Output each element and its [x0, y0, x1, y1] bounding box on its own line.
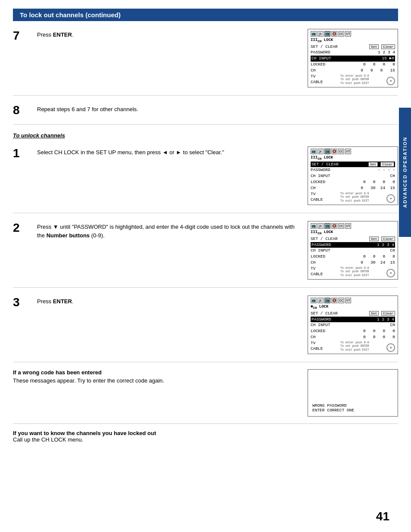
icon-ch: 📺: [324, 31, 330, 37]
tv-cable-u3: TV CABLE To enter push 0-9To set push EN…: [311, 340, 395, 352]
icon-ch-u3: 📺: [324, 298, 330, 303]
ch-input-label-u2: CH INPUT: [311, 248, 330, 254]
ch-input-val-7: 15 ►H: [382, 56, 394, 62]
ch-input-val-u1: CH: [390, 173, 395, 179]
btn-clear-u2[interactable]: Clear: [381, 236, 395, 241]
password-val-u1: - - - -: [378, 167, 395, 173]
icon-vol-u1: 🔊: [318, 149, 324, 154]
locked-vals-7: 0 0 0 0: [363, 62, 395, 68]
set-clear-btns-u1: Set Clear: [368, 162, 394, 168]
screen-box-u3: 📺 🔊 📺 🔇 CC VT ■CH LOCK SET / CLEAR Set C…: [308, 296, 398, 354]
icon-row-u3: 📺 🔊 📺 🔇 CC VT: [311, 298, 395, 303]
page-number: 41: [376, 510, 389, 523]
footer-text-u2: To enter push 0-9To set push ENTERTo exi…: [340, 267, 369, 277]
step-8-text: Repeat steps 6 and 7 for other channels.: [37, 106, 138, 112]
ch-row-u3: CH 0 0 0 0: [311, 334, 395, 340]
ch-vals-u3: 0 0 0 0: [363, 334, 395, 340]
btn-set-u3[interactable]: Set: [369, 311, 379, 316]
footer-right-7: To enter push 0-9To set push ENTERTo exi…: [340, 75, 369, 85]
icon-vol-u3: 🔊: [318, 298, 324, 303]
cable-label-u3: CABLE: [311, 346, 323, 352]
wrong-pass-box: WRONG PASSWORD ENTER CORRECT ONE: [308, 369, 398, 417]
icon-cc-u1: CC: [338, 149, 344, 154]
step-screen-7: 📺 🔊 📺 🔇 CC VT IIICH LOCK SET / CLEAR Set…: [308, 29, 398, 87]
screen-box-u1: 📺 🔊 📺 🔇 CC VT IIICH LOCK SET / CLEAR Set…: [308, 146, 398, 205]
circle-icon-7: ⊙: [386, 77, 395, 85]
icon-vt-u2: VT: [345, 223, 351, 229]
password-label-7: PASSWORD: [311, 50, 330, 56]
locked-vals-u1: 0 0 0 0: [363, 179, 395, 185]
tv-label-u3: TV: [311, 340, 323, 346]
icon-mute-u3: 🔇: [331, 298, 337, 303]
cable-label-u1: CABLE: [311, 197, 323, 203]
cable-label-u2: CABLE: [311, 271, 323, 277]
ch-vals-u2: 0 30 24 15: [361, 260, 395, 266]
tv-label-u2: TV: [311, 266, 323, 272]
tv-cable-u2: TV CABLE To enter push 0-9To set push EN…: [311, 266, 395, 278]
set-clear-btns-7: Set Clear: [369, 44, 395, 50]
password-val-7: 1 2 3 4: [378, 50, 395, 56]
icon-tv-u1: 📺: [311, 149, 317, 154]
locked-row-7: LOCKED 0 0 0 0: [311, 62, 395, 68]
unlock-heading-text: To unlock channels: [13, 132, 65, 139]
step-text-u2: Press ▼ until "PASSWORD" is highlighted,…: [37, 221, 300, 240]
ch-input-label-u1: CH INPUT: [311, 173, 330, 179]
locked-row-u1: LOCKED 0 0 0 0: [311, 179, 395, 185]
btn-set-7[interactable]: Set: [369, 44, 379, 49]
ch-input-row-u1: CH INPUT CH: [311, 173, 395, 179]
step-number-8: 8: [13, 103, 29, 116]
enter-bold-7: ENTER: [53, 31, 72, 38]
wrong-pass-line2: ENTER CORRECT ONE: [312, 408, 393, 413]
password-row-u2: PASSWORD 1 2 3 4: [311, 242, 395, 248]
set-clear-label-u2: SET / CLEAR: [311, 236, 338, 242]
wrong-code-heading: If a wrong code has been entered: [13, 369, 300, 376]
wrong-code-text-area: If a wrong code has been entered These m…: [13, 369, 300, 384]
locked-vals-u3: 0 0 0 0: [363, 328, 395, 334]
ch-row-7: CH 0 0 0 15: [311, 68, 395, 74]
btn-clear-u1[interactable]: Clear: [380, 162, 394, 167]
btn-clear-u3[interactable]: Clear: [381, 311, 395, 316]
ch-input-val-u3: CH: [390, 322, 395, 328]
screen-password-row-u1: PASSWORD - - - -: [311, 167, 395, 173]
circle-icon-u3: ⊙: [386, 343, 395, 352]
wrong-code-section: If a wrong code has been entered These m…: [13, 362, 398, 424]
set-clear-label-u3: SET / CLEAR: [311, 311, 338, 317]
screen-title-7: IIICH LOCK: [311, 37, 395, 44]
screen-password-row-7: PASSWORD 1 2 3 4: [311, 50, 395, 56]
icon-vol: 🔊: [318, 31, 324, 37]
icon-ch-u1: 📺: [324, 149, 330, 154]
footer-text-7: To enter push 0-9To set push ENTERTo exi…: [340, 75, 369, 85]
btn-clear-7[interactable]: Clear: [381, 44, 395, 49]
ch-input-val-u2: CH: [390, 248, 395, 254]
icon-cc-u2: CC: [338, 223, 344, 229]
bottom-note-section: If you want to know the channels you hav…: [13, 424, 398, 443]
password-row-u3: PASSWORD 1 2 3 4: [311, 317, 395, 323]
password-label-u3: PASSWORD: [311, 317, 331, 323]
btn-set-u1[interactable]: Set: [368, 162, 378, 167]
btn-set-u2[interactable]: Set: [369, 236, 379, 241]
icon-vol-u2: 🔊: [318, 223, 324, 229]
wrong-code-screen: WRONG PASSWORD ENTER CORRECT ONE: [308, 369, 398, 417]
screen-box-u2: 📺 🔊 📺 🔇 CC VT IIICH LOCK SET / CLEAR Set…: [308, 221, 398, 280]
circle-icon-u2: ⊙: [386, 269, 395, 277]
ch-vals-7: 0 0 0 15: [361, 68, 395, 74]
cable-label-7: CABLE: [311, 79, 323, 85]
ch-label-u3: CH: [311, 334, 315, 340]
tv-cable-labels-u2: TV CABLE: [311, 266, 323, 278]
wrong-code-text: These messages appear. Try to enter the …: [13, 377, 300, 384]
locked-vals-u2: 0 0 0 0: [363, 254, 395, 260]
setclear-row-u1: SET / CLEAR Set Clear: [311, 162, 395, 168]
sidebar-label: ADVANCED OPERATION: [402, 137, 408, 208]
password-label-u1: PASSWORD: [311, 167, 330, 173]
step-text-u1: Select CH LOCK in the SET UP menu, then …: [37, 146, 300, 157]
ch-row-u1: CH 0 30 24 15: [311, 185, 395, 191]
ch-label-u2: CH: [311, 260, 315, 266]
tv-cable-labels-7: TV CABLE: [311, 74, 323, 86]
icon-row-7: 📺 🔊 📺 🔇 CC VT: [311, 31, 395, 37]
screen-title-u1: IIICH LOCK: [311, 155, 395, 162]
set-clear-label-7: SET / CLEAR: [311, 44, 338, 50]
tv-cable-labels-u3: TV CABLE: [311, 340, 323, 352]
bottom-note-text: Call up the CH LOCK menu.: [13, 436, 83, 443]
icon-cc: CC: [338, 31, 344, 37]
step-text-u3: Press ENTER.: [37, 296, 300, 306]
